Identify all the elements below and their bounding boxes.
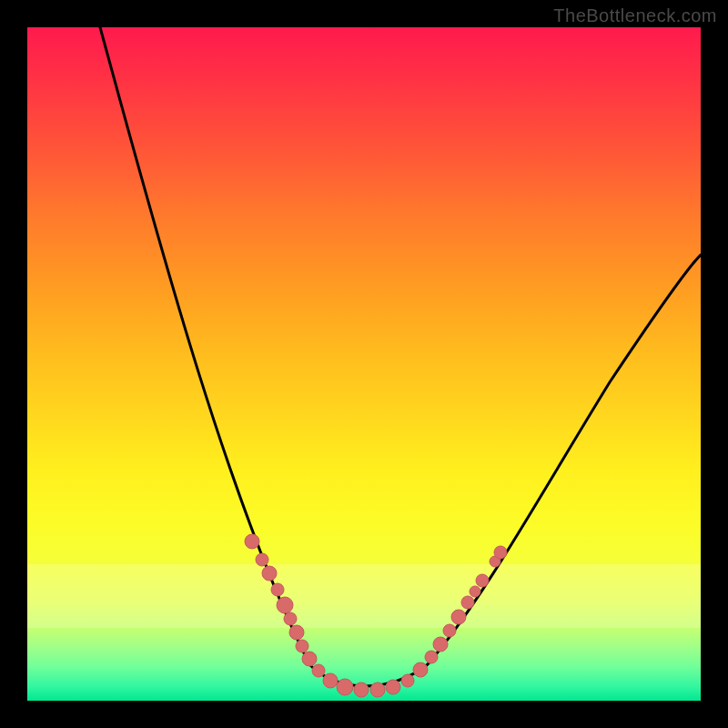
data-dot	[256, 553, 268, 566]
chart-stage: TheBottleneck.com	[0, 0, 728, 728]
plot-area	[27, 27, 701, 701]
data-dot	[337, 679, 353, 695]
curve-layer	[27, 27, 701, 701]
data-dot	[277, 597, 293, 613]
data-dot	[289, 625, 304, 640]
data-dot	[370, 682, 385, 697]
data-dot	[470, 586, 480, 597]
data-dot	[433, 637, 448, 652]
dots-layer	[27, 27, 701, 701]
data-dot	[271, 583, 284, 596]
data-dot	[245, 534, 259, 549]
data-dot	[262, 566, 277, 581]
data-dot	[296, 640, 308, 652]
data-dot	[443, 624, 456, 637]
data-dot	[323, 673, 338, 688]
highlight-band	[27, 564, 701, 628]
data-dot	[413, 662, 428, 677]
curve-left	[100, 27, 701, 686]
data-dot	[302, 652, 317, 666]
data-dot	[386, 680, 400, 694]
data-dot	[476, 574, 489, 587]
data-dot	[354, 682, 369, 697]
data-dot	[284, 612, 297, 625]
data-dot	[494, 546, 507, 559]
data-dot	[461, 596, 474, 609]
data-dot	[451, 610, 466, 624]
data-dot	[490, 556, 500, 567]
data-dot	[425, 651, 438, 663]
watermark-text: TheBottleneck.com	[553, 5, 717, 26]
data-dot	[312, 664, 325, 677]
data-dot	[401, 674, 414, 687]
